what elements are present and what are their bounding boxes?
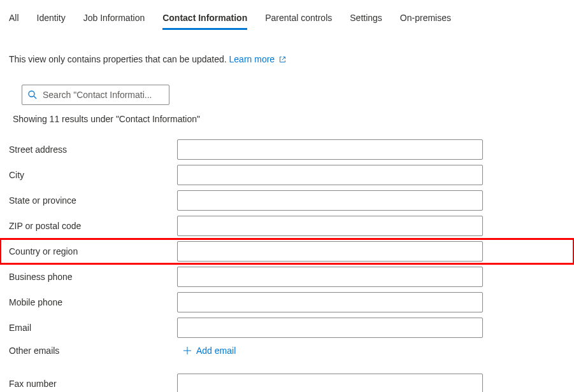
field-city: City — [0, 162, 574, 188]
input-city[interactable] — [177, 165, 483, 185]
field-state-or-province: State or province — [0, 188, 574, 213]
tab-job-information[interactable]: Job Information — [83, 13, 145, 29]
label-zip-or-postal-code: ZIP or postal code — [9, 221, 177, 231]
field-email: Email — [0, 315, 574, 340]
search-icon — [27, 90, 38, 100]
external-link-icon — [278, 55, 287, 64]
tab-contact-information[interactable]: Contact Information — [162, 13, 247, 29]
info-text: This view only contains properties that … — [0, 30, 574, 64]
input-street-address[interactable] — [177, 139, 483, 160]
add-email-label: Add email — [196, 346, 236, 356]
field-street-address: Street address — [0, 137, 574, 162]
input-zip-or-postal-code[interactable] — [177, 216, 483, 236]
tab-settings[interactable]: Settings — [350, 13, 382, 29]
label-fax-number: Fax number — [9, 379, 177, 389]
label-business-phone: Business phone — [9, 272, 177, 282]
label-email: Email — [9, 323, 177, 333]
input-business-phone[interactable] — [177, 267, 483, 287]
tab-parental-controls[interactable]: Parental controls — [265, 13, 332, 29]
field-fax-number: Fax number — [0, 371, 574, 392]
search-input[interactable] — [43, 90, 164, 100]
label-street-address: Street address — [9, 144, 177, 155]
label-country-or-region: Country or region — [9, 246, 177, 256]
input-state-or-province[interactable] — [177, 190, 483, 211]
label-mobile-phone: Mobile phone — [9, 297, 177, 307]
label-other-emails: Other emails — [9, 346, 177, 356]
results-text: Showing 11 results under "Contact Inform… — [0, 105, 574, 124]
field-zip-or-postal-code: ZIP or postal code — [0, 213, 574, 239]
search-box[interactable] — [22, 85, 169, 105]
input-country-or-region[interactable] — [177, 241, 483, 262]
input-mobile-phone[interactable] — [177, 292, 483, 312]
field-business-phone: Business phone — [0, 264, 574, 290]
tabs-bar: All Identity Job Information Contact Inf… — [0, 0, 574, 30]
field-other-emails: Other emails Add email — [0, 340, 574, 371]
add-email-button[interactable]: Add email — [182, 346, 236, 356]
field-mobile-phone: Mobile phone — [0, 290, 574, 315]
field-country-or-region: Country or region — [0, 239, 574, 264]
info-text-content: This view only contains properties that … — [9, 54, 227, 64]
form-rows: Street address City State or province ZI… — [0, 137, 574, 392]
learn-more-label: Learn more — [229, 54, 275, 64]
input-fax-number[interactable] — [177, 374, 483, 392]
label-city: City — [9, 170, 177, 180]
label-state-or-province: State or province — [9, 195, 177, 206]
svg-line-1 — [34, 96, 36, 99]
tab-identity[interactable]: Identity — [37, 13, 66, 29]
plus-icon — [182, 346, 192, 356]
tab-on-premises[interactable]: On-premises — [400, 13, 451, 29]
tab-all[interactable]: All — [9, 13, 19, 29]
learn-more-link[interactable]: Learn more — [229, 54, 287, 64]
svg-point-0 — [29, 91, 34, 97]
input-email[interactable] — [177, 318, 483, 338]
